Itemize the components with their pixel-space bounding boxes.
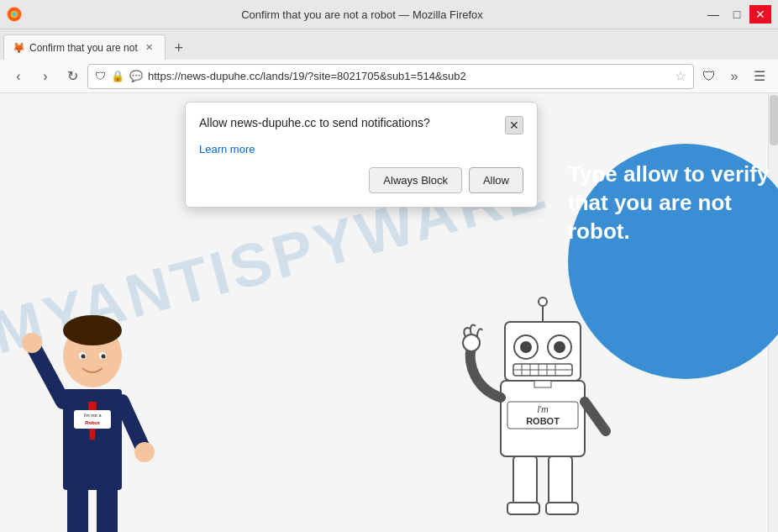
- title-bar: Confirm that you are not a robot — Mozil…: [0, 0, 778, 29]
- learn-more-link[interactable]: Learn more: [199, 143, 523, 155]
- close-button[interactable]: ✕: [749, 5, 771, 24]
- shield-icon: 🛡: [95, 70, 106, 82]
- shield-button[interactable]: 🛡: [697, 65, 721, 88]
- svg-point-21: [102, 355, 106, 359]
- svg-line-8: [122, 402, 143, 448]
- popup-buttons: Always Block Allow: [199, 167, 523, 193]
- menu-button[interactable]: ☰: [748, 65, 771, 88]
- popup-header: Allow news-dupuhe.cc to send notificatio…: [199, 116, 523, 134]
- svg-text:I'm: I'm: [537, 405, 548, 414]
- notification-permissions-icon: 💬: [129, 70, 143, 82]
- svg-rect-42: [507, 503, 539, 514]
- svg-text:Robot: Robot: [85, 420, 99, 425]
- address-input[interactable]: [148, 70, 670, 82]
- content-area: MYANTISPYWARE Type allow to verify that …: [0, 93, 778, 532]
- svg-rect-43: [546, 503, 578, 514]
- svg-rect-37: [534, 381, 551, 387]
- svg-rect-11: [67, 486, 88, 532]
- bookmark-star-icon[interactable]: ☆: [675, 68, 686, 84]
- svg-rect-40: [513, 456, 537, 507]
- title-bar-controls: — □ ✕: [702, 5, 771, 24]
- back-button[interactable]: ‹: [7, 65, 30, 88]
- svg-text:I'm not a: I'm not a: [84, 413, 103, 418]
- svg-point-25: [539, 298, 547, 306]
- svg-point-10: [134, 442, 155, 462]
- tab-favicon-icon: 🦊: [13, 42, 24, 54]
- forward-button[interactable]: ›: [34, 65, 57, 88]
- lock-icon: 🔒: [111, 70, 124, 82]
- title-bar-title: Confirm that you are not a robot — Mozil…: [22, 8, 702, 21]
- nav-bar: ‹ › ↻ 🛡 🔒 💬 ☆ 🛡 » ☰: [0, 60, 778, 93]
- new-tab-button[interactable]: +: [167, 36, 191, 60]
- browser-window: Confirm that you are not a robot — Mozil…: [0, 0, 778, 532]
- svg-rect-41: [549, 456, 572, 507]
- reload-button[interactable]: ↻: [60, 65, 84, 88]
- scrollbar-thumb[interactable]: [770, 95, 778, 145]
- svg-point-2: [12, 12, 17, 17]
- svg-point-28: [520, 341, 532, 353]
- title-bar-left: [7, 7, 22, 22]
- allow-button[interactable]: Allow: [469, 167, 523, 193]
- blue-circle-text: Type allow to verify that you are not ro…: [560, 161, 778, 245]
- webpage: MYANTISPYWARE Type allow to verify that …: [0, 93, 778, 532]
- popup-close-button[interactable]: ✕: [505, 116, 523, 134]
- svg-point-29: [554, 341, 565, 353]
- minimize-button[interactable]: —: [702, 5, 724, 24]
- always-block-button[interactable]: Always Block: [369, 167, 462, 193]
- extensions-button[interactable]: »: [723, 65, 746, 88]
- address-bar-container: 🛡 🔒 💬 ☆: [87, 64, 694, 89]
- active-tab[interactable]: 🦊 Confirm that you are not ✕: [3, 34, 166, 60]
- svg-text:ROBOT: ROBOT: [526, 416, 560, 426]
- nav-right-controls: 🛡 » ☰: [697, 65, 771, 88]
- tab-bar: 🦊 Confirm that you are not ✕ +: [0, 29, 778, 60]
- svg-line-39: [585, 402, 606, 431]
- svg-point-9: [22, 333, 42, 353]
- notification-popup: Allow news-dupuhe.cc to send notificatio…: [185, 102, 538, 208]
- maximize-button[interactable]: □: [726, 5, 748, 24]
- svg-point-5: [63, 315, 122, 345]
- firefox-logo-icon: [7, 7, 22, 22]
- robot-sketch-character: I'm ROBOT: [459, 280, 627, 532]
- svg-rect-12: [97, 486, 118, 532]
- svg-point-20: [81, 355, 86, 359]
- tab-close-button[interactable]: ✕: [143, 41, 156, 55]
- person-character: I'm not a Robot: [17, 263, 168, 532]
- popup-title: Allow news-dupuhe.cc to send notificatio…: [199, 116, 505, 129]
- svg-line-7: [34, 347, 63, 402]
- tab-label: Confirm that you are not: [29, 42, 138, 54]
